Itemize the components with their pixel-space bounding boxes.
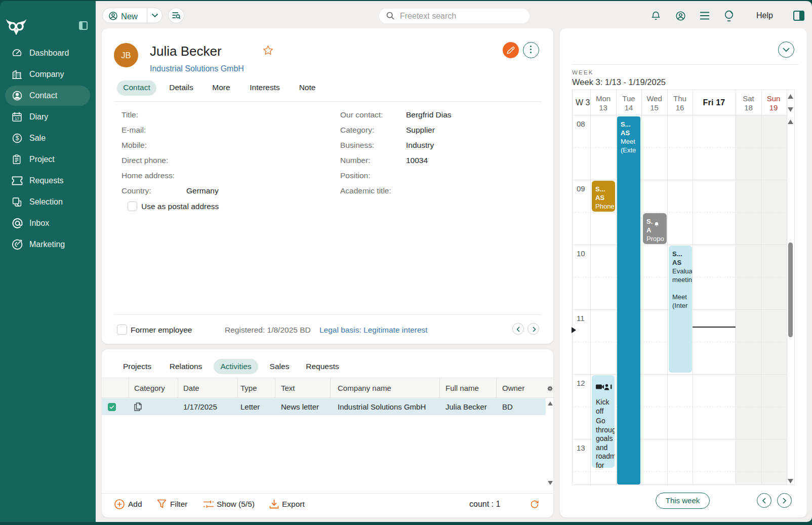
svg-text:17: 17 [15,116,19,121]
svg-text:$: $ [16,135,19,142]
